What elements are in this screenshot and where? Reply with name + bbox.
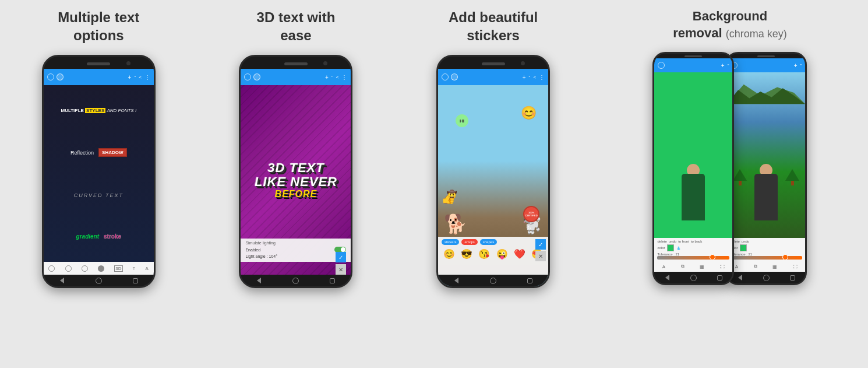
recent-button-3[interactable] — [526, 276, 534, 285]
redo-icon-3[interactable] — [451, 73, 458, 80]
app-bar-left-2 — [244, 73, 260, 80]
text-tool-4a[interactable]: A — [662, 264, 665, 269]
layer-tool-4a[interactable]: ▦ — [700, 264, 704, 269]
quote-icon-4a[interactable]: " — [728, 63, 729, 68]
menu-icon[interactable]: ⋮ — [144, 74, 150, 80]
quote-icon-3[interactable]: " — [529, 75, 531, 80]
confirm-buttons: ✓ ✕ — [336, 252, 346, 275]
redo-icon[interactable] — [57, 73, 63, 80]
add-icon-3[interactable]: + — [523, 74, 526, 80]
quote-icon-2[interactable]: " — [331, 75, 333, 80]
tree-top-right — [785, 169, 799, 181]
back-button-1[interactable] — [58, 276, 66, 285]
share-icon-3[interactable]: < — [533, 75, 536, 80]
undo-icon-4a[interactable] — [658, 62, 665, 69]
color-panel-4b: delete undo color Tolerance : 21 — [727, 238, 805, 261]
section-title-3: Add beautifulstickers — [449, 8, 538, 44]
cancel-button-2[interactable]: ✕ — [336, 264, 346, 275]
add-icon-4b[interactable]: + — [794, 62, 798, 69]
tab-shapes[interactable]: shapes — [480, 239, 497, 245]
tolerance-thumb-4b[interactable] — [782, 254, 788, 260]
home-button-1[interactable] — [94, 276, 103, 285]
add-icon-2[interactable]: + — [325, 74, 329, 80]
back-button-3[interactable] — [453, 276, 461, 285]
emoji-2[interactable]: 😎 — [461, 248, 472, 260]
emoji-3[interactable]: 😘 — [478, 248, 490, 260]
recent-button-4a[interactable] — [715, 274, 724, 282]
copy-tool-4b[interactable]: ⧉ — [754, 264, 757, 269]
tab-stickers[interactable]: stickers — [442, 239, 459, 245]
3d-text-line2: LIKE NEVER — [255, 175, 337, 189]
emoji-1[interactable]: 😊 — [443, 248, 455, 260]
share-icon-2[interactable]: < — [336, 75, 339, 80]
mountain-shape-2 — [727, 89, 805, 104]
back-button-2[interactable] — [255, 276, 263, 285]
add-icon[interactable]: + — [128, 74, 131, 80]
phone-3: + " < ⋮ 🐕 🐩 HI 😊 100%CERTIFIED 👍 — [436, 55, 550, 288]
tolerance-slider[interactable] — [657, 256, 729, 260]
app-bar-left-3 — [442, 73, 458, 80]
dropper-icon[interactable]: 💧 — [676, 246, 680, 250]
back-button-4b[interactable] — [736, 274, 744, 282]
tolerance-thumb[interactable] — [710, 254, 715, 260]
menu-icon-3[interactable]: ⋮ — [539, 74, 545, 80]
recent-button-4b[interactable] — [788, 274, 796, 282]
recent-button-2[interactable] — [329, 276, 337, 285]
sticker-cancel-button[interactable]: ✕ — [535, 251, 546, 261]
text-stroke: stroke — [104, 233, 121, 240]
quote-icon[interactable]: " — [134, 75, 136, 80]
color-swatch-4b[interactable] — [740, 244, 747, 251]
tree-trunk-right — [791, 181, 794, 185]
mountains-bg — [727, 81, 805, 104]
tool-inner-shadow-icon[interactable] — [82, 265, 88, 272]
simulate-lighting-panel: Simulate lighting Enabled Light angle : … — [241, 239, 351, 262]
person-body-nature — [754, 174, 778, 220]
tool-font-icon[interactable]: A — [145, 266, 149, 271]
redo-icon-2[interactable] — [253, 73, 260, 80]
emoji-row: 😊 😎 😘 😜 ❤️ 😍 — [438, 247, 548, 261]
color-swatch[interactable] — [667, 244, 674, 251]
recent-button-1[interactable] — [131, 276, 139, 285]
undo-icon[interactable] — [47, 73, 54, 80]
home-button-4b[interactable] — [762, 274, 770, 282]
angle-row: Light angle : 104° — [245, 254, 346, 258]
tool-text-icon[interactable]: T — [133, 267, 135, 271]
menu-icon-2[interactable]: ⋮ — [341, 74, 347, 80]
emoji-5[interactable]: ❤️ — [514, 248, 525, 260]
emoji-4[interactable]: 😜 — [496, 248, 508, 260]
add-icon-4a[interactable]: + — [721, 62, 725, 69]
confirm-button[interactable]: ✓ — [336, 252, 346, 262]
layer-tool-4b[interactable]: ▦ — [772, 264, 777, 269]
tree-top-left — [733, 169, 747, 181]
sticker-confirm-btns: ✓ ✕ — [535, 239, 546, 261]
undo-icon-3[interactable] — [442, 73, 449, 80]
app-bar-3: + " < ⋮ — [438, 69, 548, 85]
share-icon[interactable]: < — [139, 75, 142, 80]
tool-shadow-icon[interactable] — [65, 265, 72, 272]
fullscreen-tool-4a[interactable]: ⛶ — [720, 264, 725, 269]
tool-drop-icon[interactable] — [48, 265, 55, 272]
text-tool-4b[interactable]: A — [735, 264, 738, 269]
phone-camera-3 — [521, 61, 525, 65]
fullscreen-tool-4b[interactable]: ⛶ — [793, 264, 798, 269]
section-title-1: Multiple textoptions — [58, 8, 139, 44]
tofront-label: to front — [678, 240, 689, 243]
tab-emojis[interactable]: emojis — [461, 239, 477, 245]
tool-emboss-icon[interactable] — [98, 265, 104, 272]
quote-icon-4b[interactable]: " — [800, 63, 802, 68]
home-button-4a[interactable] — [689, 274, 697, 282]
undo-icon-2[interactable] — [244, 73, 251, 80]
section-title-4: Backgroundremoval (chroma key) — [673, 8, 787, 41]
home-button-2[interactable] — [292, 276, 300, 285]
sticker-confirm-button[interactable]: ✓ — [535, 239, 546, 250]
text-reflection: Reflection — [70, 150, 94, 156]
text-styles-highlight: STYLES — [85, 108, 105, 113]
tolerance-slider-4b[interactable] — [730, 256, 802, 260]
home-button-3[interactable] — [489, 276, 497, 285]
tool-3d-crop-icon[interactable]: 3D — [114, 265, 122, 272]
phone-duo: + " delete undo to front to back color — [652, 52, 807, 285]
app-bar-right-4a: + " — [721, 62, 729, 69]
back-button-4a[interactable] — [664, 274, 672, 282]
phone-1: + " < ⋮ MULTIPLE STYLES and fonts ! Refl… — [42, 55, 156, 288]
copy-tool-4a[interactable]: ⧉ — [681, 264, 684, 269]
